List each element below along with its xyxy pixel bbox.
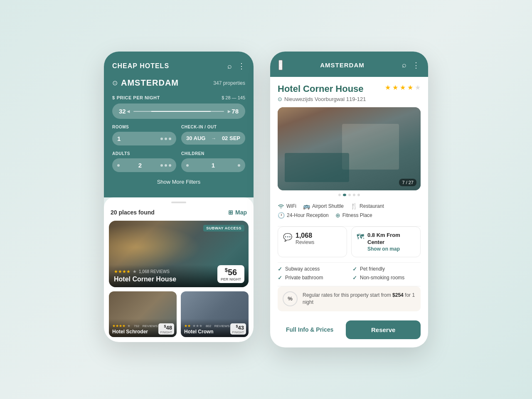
checkin-stepper[interactable]: 30 AUG → 02 SEP	[181, 132, 245, 145]
adults-value: 2	[138, 162, 142, 169]
price-label: $PRICE PER NIGHT	[112, 95, 160, 100]
photo-counter: 7 / 27	[399, 179, 416, 186]
hotel-address-row: ⊙ Nieuwezijds Voorburgwal 119-121	[278, 96, 366, 102]
reception-label: 24-Hour Reception	[287, 212, 329, 218]
reserve-button[interactable]: Reserve	[346, 320, 421, 339]
subway-badge: SUBWAY ACCESS	[203, 225, 244, 232]
back-button[interactable]: ‹	[278, 60, 283, 70]
results-section: 20 places found ⊞ Map SUBWAY ACCESS ★★★★…	[104, 197, 254, 342]
rooms-stepper[interactable]: 1	[112, 132, 176, 145]
fitness-icon: ⊕	[335, 212, 340, 219]
app-title: CHEAP HOTELS	[112, 62, 169, 70]
distance-card[interactable]: 🗺 0.8 Km From Center Show on map	[351, 227, 421, 257]
adults-label: ADULTS	[112, 151, 176, 156]
rooms-filter: ROOMS 1	[112, 125, 176, 145]
price-banner-text: Regular rates for this property start fr…	[303, 292, 416, 306]
checkin-filter: CHECK-IN / OUT 30 AUG → 02 SEP	[181, 125, 245, 145]
adults-filter: ADULTS 2	[112, 151, 176, 172]
hotel-detail-header: Hotel Corner House ⊙ Nieuwezijds Voorbur…	[270, 77, 428, 107]
properties-count: 347 properties	[213, 80, 245, 86]
restaurant-icon: 🍴	[350, 203, 357, 209]
action-buttons: Full Info & Prices Reserve	[270, 316, 428, 347]
left-phone: CHEAP HOTELS ⌕ ⋮ ⊙ AMSTERDAM 347 propert…	[104, 52, 254, 342]
amenities-row-1: WiFi 🚌 Airport Shuttle 🍴 Restaurant	[278, 203, 421, 209]
hotel-photo-container: 7 / 27	[278, 107, 421, 190]
checkin-arrow-icon: →	[211, 135, 216, 141]
right-menu-icon[interactable]: ⋮	[412, 61, 420, 70]
checkin-label: CHECK-IN / OUT	[181, 125, 245, 129]
wifi-label: WiFi	[286, 203, 296, 209]
location-row: ⊙ AMSTERDAM 347 properties	[112, 78, 245, 88]
children-dots-left	[186, 164, 189, 167]
photo-dot-4	[353, 194, 355, 196]
rooms-label: ROOMS	[112, 125, 176, 129]
show-on-map-link[interactable]: Show on map	[367, 246, 415, 252]
map-link[interactable]: ⊞ Map	[228, 209, 247, 216]
price-per: PER NIGHT	[221, 277, 241, 281]
restaurant-label: Restaurant	[360, 203, 384, 209]
amenity-wifi: WiFi	[278, 203, 296, 209]
amenity-reception: 🕐 24-Hour Reception	[278, 212, 329, 219]
search-icon[interactable]: ⌕	[227, 62, 232, 71]
wifi-icon	[278, 203, 284, 209]
rooms-checkin-grid: ROOMS 1 CHECK-IN / OUT 30 AUG →	[112, 125, 245, 145]
hotel-detail-name: Hotel Corner House	[278, 84, 366, 94]
price-amount: $56	[221, 267, 241, 277]
hotel-card-small-1[interactable]: ★★★★ ★ 732 REVIEWS Hotel Schroder $48 P/…	[109, 291, 177, 337]
hotel-small-price-2: $43 P/NIGHT	[230, 323, 246, 335]
price-banner: % Regular rates for this property start …	[278, 286, 421, 311]
hotel-card-main[interactable]: SUBWAY ACCESS ★★★★ ★ 1,068 REVIEWS Hotel…	[109, 221, 249, 287]
children-stepper[interactable]: 1	[181, 158, 245, 172]
photo-dot-1	[338, 194, 341, 196]
amenity-fitness: ⊕ Fitness Place	[335, 212, 372, 219]
percent-icon: %	[283, 291, 298, 306]
children-dots-right	[238, 164, 240, 167]
right-search-icon[interactable]: ⌕	[402, 61, 406, 70]
right-header-icons: ⌕ ⋮	[402, 61, 420, 70]
feature-subway-label: Subway access	[285, 266, 320, 272]
hotel-small-price-1: $48 P/NIGHT	[158, 323, 174, 335]
range-track[interactable]	[133, 111, 224, 112]
results-count: 20 places found	[111, 209, 155, 216]
feature-nosmoking-label: Non-smoking rooms	[360, 275, 404, 281]
reviews-number: 1,068	[296, 232, 314, 239]
adults-children-grid: ADULTS 2 CHILDREN	[112, 151, 245, 172]
range-max: 78	[232, 108, 239, 115]
map-icon: ⊞	[228, 209, 233, 216]
adults-stepper[interactable]: 2	[112, 158, 176, 172]
hotel-main-price: $56 PER NIGHT	[217, 265, 244, 283]
shuttle-label: Airport Shuttle	[312, 203, 344, 209]
pin-icon: ⊙	[112, 79, 118, 87]
feature-nosmoking: ✓ Non-smoking rooms	[352, 275, 421, 281]
map-distance-icon: 🗺	[357, 233, 364, 241]
photo-dot-3	[348, 194, 351, 196]
shuttle-icon: 🚌	[303, 203, 310, 209]
hotel-card-small-2[interactable]: ★★ ★★★ 802 REVIEWS Hotel Crown $43 P/NIG…	[181, 291, 249, 337]
reviews-icon: 💬	[283, 233, 292, 242]
address-pin-icon: ⊙	[278, 96, 282, 102]
photo-dots	[270, 190, 428, 200]
reviews-count: 1,068 REVIEWS	[139, 269, 170, 274]
price-range: $ 28 — 145	[222, 95, 245, 100]
right-header: ‹ AMSTERDAM ⌕ ⋮	[270, 52, 428, 77]
check-bathroom-icon: ✓	[278, 275, 282, 281]
results-row: 20 places found ⊞ Map	[104, 209, 254, 221]
rooms-value: 1	[117, 135, 121, 142]
check-subway-icon: ✓	[278, 266, 282, 272]
adults-dots-right	[160, 164, 171, 167]
checkin-to: 02 SEP	[222, 135, 240, 141]
left-phone-header: CHEAP HOTELS ⌕ ⋮ ⊙ AMSTERDAM 347 propert…	[104, 52, 254, 197]
hotel-stars: ★★★★	[114, 269, 131, 274]
price-slider[interactable]: 32 ◄ ► 78	[112, 103, 245, 119]
range-min: 32	[119, 108, 126, 115]
full-info-button[interactable]: Full Info & Prices	[278, 320, 342, 339]
menu-icon[interactable]: ⋮	[238, 62, 245, 71]
price-filter: $PRICE PER NIGHT $ 28 — 145 32 ◄ ► 78	[112, 95, 245, 119]
amenity-restaurant: 🍴 Restaurant	[350, 203, 384, 209]
hotel-photo	[278, 107, 421, 190]
show-more-filters[interactable]: Show More Filters	[112, 179, 245, 189]
reviews-label: Reviews	[296, 239, 314, 245]
range-right-arrow: ►	[227, 108, 232, 114]
reviews-card[interactable]: 💬 1,068 Reviews	[278, 227, 347, 257]
feature-subway: ✓ Subway access	[278, 266, 346, 272]
